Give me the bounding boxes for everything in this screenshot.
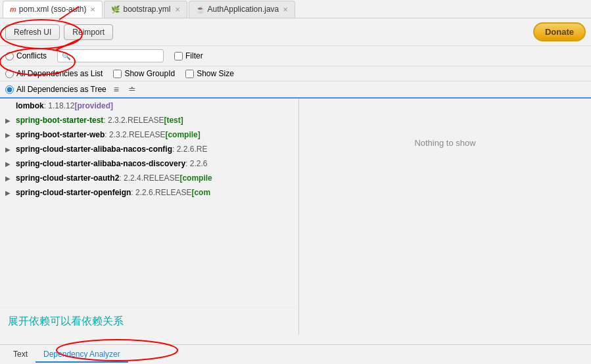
filter-checkbox[interactable]: [174, 52, 183, 60]
dep-name-starter-web: spring-boot-starter-web: [16, 129, 105, 141]
options-row-1: Conflicts 🔍 Filter: [0, 46, 591, 66]
dep-arrow-starter-web: ▶: [5, 130, 13, 140]
all-deps-list-radio[interactable]: [5, 70, 14, 78]
all-deps-tree-label: All Dependencies as Tree: [16, 85, 106, 94]
tab-auth-label: AuthApplication.java: [208, 5, 279, 14]
all-deps-tree-radio[interactable]: [5, 85, 14, 94]
expand-all-icon[interactable]: ≡: [112, 84, 121, 95]
options-row-3: All Dependencies as Tree ≡ ≐: [0, 81, 591, 99]
dep-arrow-openfeign: ▶: [5, 188, 13, 198]
conflicts-radio[interactable]: [5, 52, 14, 60]
nothing-to-show-label: Nothing to show: [414, 138, 475, 148]
main-toolbar: Refresh UI Reimport Donate: [0, 18, 591, 46]
left-panel: lombok : 1.18.12 [provided] ▶ spring-boo…: [0, 99, 299, 335]
dep-scope-openfeign: [com: [191, 187, 210, 198]
dep-arrow-nacos-discovery: ▶: [5, 159, 13, 169]
tab-pom[interactable]: m pom.xml (sso-auth) ✕: [3, 1, 103, 18]
tab-bootstrap-close[interactable]: ✕: [175, 6, 180, 13]
show-groupid-checkbox[interactable]: [113, 70, 122, 78]
dep-arrow-oauth2: ▶: [5, 173, 13, 183]
options-row-2: All Dependencies as List Show GroupId Sh…: [0, 66, 591, 81]
toolbar-left: Refresh UI Reimport: [5, 24, 113, 40]
refresh-button[interactable]: Refresh UI: [5, 24, 60, 40]
dep-item-starter-test[interactable]: ▶ spring-boot-starter-test : 2.3.2.RELEA…: [0, 113, 298, 127]
search-box[interactable]: 🔍: [57, 49, 164, 62]
tab-dependency-analyzer-label: Dependency Analyzer: [43, 350, 120, 359]
dep-arrow-starter-test: ▶: [5, 116, 13, 125]
filter-checkbox-label[interactable]: Filter: [174, 51, 203, 60]
dep-version-nacos-config: : 2.2.6.RE: [172, 143, 207, 155]
right-panel: Nothing to show: [299, 99, 591, 335]
dep-scope-starter-web: [compile]: [165, 129, 200, 141]
conflicts-label: Conflicts: [16, 51, 47, 60]
tab-bootstrap[interactable]: 🌿 bootstrap.yml ✕: [104, 1, 187, 18]
chinese-text: 展开依赖可以看依赖关系: [8, 315, 124, 327]
search-icon: 🔍: [62, 52, 71, 60]
filter-label: Filter: [185, 51, 203, 60]
dep-version-openfeign: : 2.2.6.RELEASE: [131, 187, 191, 198]
dep-item-nacos-discovery[interactable]: ▶ spring-cloud-starter-alibaba-nacos-dis…: [0, 156, 298, 171]
tab-text[interactable]: Text: [5, 347, 35, 363]
dep-item-openfeign[interactable]: ▶ spring-cloud-starter-openfeign : 2.2.6…: [0, 185, 298, 200]
bootstrap-icon: 🌿: [111, 5, 120, 14]
dep-name-nacos-discovery: spring-cloud-starter-alibaba-nacos-disco…: [16, 158, 185, 170]
dep-name-oauth2: spring-cloud-starter-oauth2: [16, 172, 119, 184]
tab-dependency-analyzer[interactable]: Dependency Analyzer: [35, 347, 128, 363]
dep-scope-lombok: [provided]: [74, 100, 113, 112]
show-groupid-checkbox-label[interactable]: Show GroupId: [113, 69, 175, 78]
tab-auth[interactable]: ☕ AuthApplication.java ✕: [189, 1, 296, 18]
dep-item-oauth2[interactable]: ▶ spring-cloud-starter-oauth2 : 2.2.4.RE…: [0, 171, 298, 185]
dep-version-lombok: : 1.18.12: [44, 100, 75, 112]
auth-icon: ☕: [196, 5, 205, 14]
dep-item-lombok[interactable]: lombok : 1.18.12 [provided]: [0, 99, 298, 113]
dep-version-starter-test: : 2.3.2.RELEASE: [103, 114, 164, 126]
dep-name-lombok: lombok: [16, 100, 44, 112]
split-view: lombok : 1.18.12 [provided] ▶ spring-boo…: [0, 99, 591, 335]
conflicts-radio-label[interactable]: Conflicts: [5, 51, 47, 60]
reimport-button[interactable]: Reimport: [64, 24, 113, 40]
pom-icon: m: [10, 5, 16, 13]
tab-bar: m pom.xml (sso-auth) ✕ 🌿 bootstrap.yml ✕…: [0, 0, 591, 18]
show-groupid-label: Show GroupId: [124, 69, 175, 78]
dep-item-starter-web[interactable]: ▶ spring-boot-starter-web : 2.3.2.RELEAS…: [0, 127, 298, 142]
tab-pom-close[interactable]: ✕: [90, 6, 95, 13]
dep-name-openfeign: spring-cloud-starter-openfeign: [16, 187, 131, 198]
dep-scope-oauth2: [compile: [179, 172, 212, 184]
tab-bootstrap-label: bootstrap.yml: [123, 5, 170, 14]
tab-auth-close[interactable]: ✕: [283, 6, 288, 13]
show-size-checkbox-label[interactable]: Show Size: [185, 69, 234, 78]
dep-item-nacos-config[interactable]: ▶ spring-cloud-starter-alibaba-nacos-con…: [0, 142, 298, 156]
dep-name-starter-test: spring-boot-starter-test: [16, 114, 103, 126]
tab-text-label: Text: [13, 350, 28, 359]
dependency-list: lombok : 1.18.12 [provided] ▶ spring-boo…: [0, 99, 298, 307]
show-size-label: Show Size: [197, 69, 234, 78]
chinese-text-area: 展开依赖可以看依赖关系: [0, 307, 298, 335]
tab-pom-label: pom.xml (sso-auth): [19, 5, 87, 14]
dep-arrow-nacos-config: ▶: [5, 145, 13, 154]
all-deps-tree-radio-label[interactable]: All Dependencies as Tree: [5, 85, 106, 94]
dep-name-nacos-config: spring-cloud-starter-alibaba-nacos-confi…: [16, 143, 172, 155]
show-size-checkbox[interactable]: [185, 70, 194, 78]
collapse-all-icon[interactable]: ≐: [126, 84, 138, 95]
dep-version-starter-web: : 2.3.2.RELEASE: [105, 129, 165, 141]
all-deps-list-radio-label[interactable]: All Dependencies as List: [5, 69, 103, 78]
search-input[interactable]: [74, 51, 159, 60]
all-deps-list-label: All Dependencies as List: [16, 69, 103, 78]
dep-version-nacos-discovery: : 2.2.6: [185, 158, 207, 170]
donate-button[interactable]: Donate: [533, 22, 586, 41]
dep-scope-starter-test: [test]: [164, 114, 183, 126]
bottom-tabs: Text Dependency Analyzer: [0, 344, 591, 364]
dep-version-oauth2: : 2.2.4.RELEASE: [119, 172, 179, 184]
